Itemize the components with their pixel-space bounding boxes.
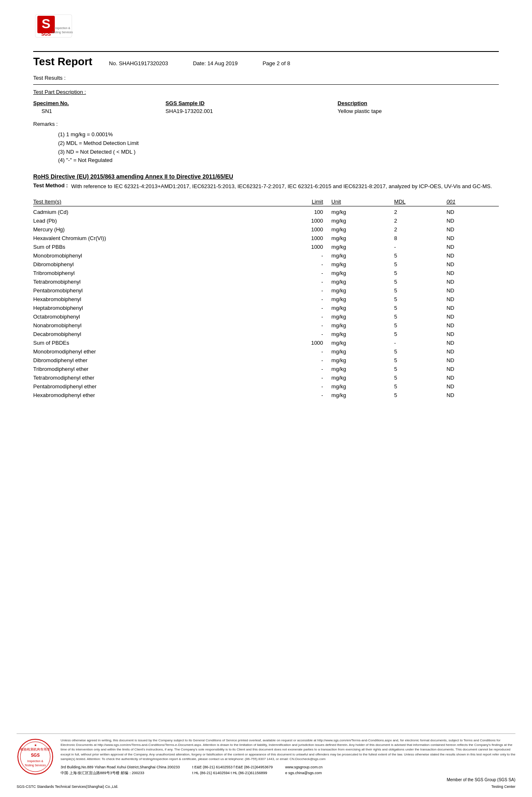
- cell-unit: mg/kg: [332, 234, 394, 243]
- table-row: Monobromobiphenyl - mg/kg 5 ND: [33, 251, 499, 260]
- cell-mdl: -: [394, 338, 447, 347]
- table-row: Tribromobiphenyl - mg/kg 5 ND: [33, 269, 499, 277]
- cell-item: Octabromobiphenyl: [33, 312, 268, 321]
- remarks-section: Remarks : (1) 1 mg/kg = 0.0001% (2) MDL …: [33, 121, 499, 165]
- cell-limit: -: [268, 304, 331, 312]
- cell-result: ND: [447, 243, 499, 251]
- footer-contact-block: t E&E (86-21) 61402553 f E&E (86-21)6495…: [192, 765, 273, 776]
- cell-item: Pentabromobiphenyl: [33, 286, 268, 295]
- col-header-001: 001: [447, 197, 499, 206]
- footer-text-block: Unless otherwise agreed in writing, this…: [61, 738, 515, 782]
- page-indicator: Page 2 of 8: [263, 60, 290, 66]
- cell-item: Tribromodiphenyl ether: [33, 365, 268, 373]
- cell-item: Hexabromodiphenyl ether: [33, 391, 268, 400]
- cell-limit: -: [268, 312, 331, 321]
- header-divider: [33, 51, 499, 52]
- footer-email: e sgs.china@sgs.com: [285, 770, 322, 776]
- results-table: Test Item(s) Limit Unit MDL 001 Cadmium …: [33, 197, 499, 400]
- cell-unit: mg/kg: [332, 312, 394, 321]
- table-row: Sum of PBBs 1000 mg/kg - ND: [33, 243, 499, 251]
- table-row: Mercury (Hg) 1000 mg/kg 2 ND: [33, 225, 499, 234]
- table-row: Cadmium (Cd) 100 mg/kg 2 ND: [33, 206, 499, 216]
- cell-limit: -: [268, 391, 331, 400]
- report-title: Test Report: [33, 55, 93, 68]
- cell-unit: mg/kg: [332, 251, 394, 260]
- cell-result: ND: [447, 295, 499, 304]
- report-date-value: 14 Aug 2019: [207, 60, 238, 66]
- cell-limit: -: [268, 382, 331, 391]
- svg-text:Inspection &: Inspection &: [27, 760, 44, 763]
- cell-mdl: 5: [394, 286, 447, 295]
- col-header-limit: Limit: [268, 197, 331, 206]
- svg-text:Inspection &: Inspection &: [54, 27, 71, 30]
- col-header-unit: Unit: [332, 197, 394, 206]
- cell-limit: -: [268, 365, 331, 373]
- cell-mdl: 5: [394, 382, 447, 391]
- cell-result: ND: [447, 216, 499, 225]
- footer-web-block: www.sgsgroup.com.cn e sgs.china@sgs.com: [285, 765, 322, 776]
- cell-item: Pentabromodiphenyl ether: [33, 382, 268, 391]
- svg-text:★: ★: [34, 743, 37, 747]
- cell-unit: mg/kg: [332, 277, 394, 286]
- footer-inner: 检验检测机构专用章 SGS Inspection & Testing Servi…: [17, 733, 515, 782]
- cell-limit: -: [268, 269, 331, 277]
- cell-mdl: 5: [394, 321, 447, 330]
- remark-2: (2) MDL = Method Detection Limit: [58, 139, 499, 148]
- results-divider: [33, 84, 499, 85]
- cell-item: Tetrabromodiphenyl ether: [33, 373, 268, 382]
- cell-mdl: 2: [394, 216, 447, 225]
- table-row: Hexabromobiphenyl - mg/kg 5 ND: [33, 295, 499, 304]
- cell-item: Tetrabromobiphenyl: [33, 277, 268, 286]
- cell-unit: mg/kg: [332, 356, 394, 365]
- cell-item: Heptabromobiphenyl: [33, 304, 268, 312]
- specimen-col3: Description: [338, 99, 499, 107]
- cell-limit: -: [268, 251, 331, 260]
- table-row: Pentabromobiphenyl - mg/kg 5 ND: [33, 286, 499, 295]
- cell-result: ND: [447, 356, 499, 365]
- cell-item: Monobromobiphenyl: [33, 251, 268, 260]
- footer-disclaimer: Unless otherwise agreed in writing, this…: [61, 738, 515, 761]
- cell-unit: mg/kg: [332, 338, 394, 347]
- cell-unit: mg/kg: [332, 391, 394, 400]
- test-method-label: Test Method :: [33, 182, 68, 191]
- cell-item: Hexavalent Chromium (Cr(VI)): [33, 234, 268, 243]
- table-row: Monobromodiphenyl ether - mg/kg 5 ND: [33, 347, 499, 356]
- cell-limit: -: [268, 330, 331, 338]
- remark-4: (4) "-" = Not Regulated: [58, 156, 499, 165]
- cell-item: Dibromodiphenyl ether: [33, 356, 268, 365]
- table-row: Decabromobiphenyl - mg/kg 5 ND: [33, 330, 499, 338]
- table-row: Pentabromodiphenyl ether - mg/kg 5 ND: [33, 382, 499, 391]
- cell-limit: -: [268, 347, 331, 356]
- table-row: Hexavalent Chromium (Cr(VI)) 1000 mg/kg …: [33, 234, 499, 243]
- cell-result: ND: [447, 321, 499, 330]
- table-row: Octabromobiphenyl - mg/kg 5 ND: [33, 312, 499, 321]
- cell-result: ND: [447, 304, 499, 312]
- cell-result: ND: [447, 382, 499, 391]
- svg-text:Testing Services: Testing Services: [52, 31, 73, 34]
- cell-unit: mg/kg: [332, 304, 394, 312]
- cell-mdl: 5: [394, 312, 447, 321]
- cell-limit: 1000: [268, 338, 331, 347]
- company-label: SGS-CSTC Standards Technical Services(Sh…: [17, 785, 118, 789]
- rohs-heading: RoHS Directive (EU) 2015/863 amending An…: [33, 173, 499, 180]
- logo-section: S SGS Inspection & Testing Services: [33, 12, 499, 43]
- cell-unit: mg/kg: [332, 365, 394, 373]
- cell-item: Hexabromobiphenyl: [33, 295, 268, 304]
- footer-address-cn: 中国·上海·徐汇区宜山路889号3号楼 邮编：200233: [61, 770, 180, 776]
- cell-limit: -: [268, 321, 331, 330]
- cell-result: ND: [447, 312, 499, 321]
- cell-result: ND: [447, 260, 499, 269]
- cell-limit: 1000: [268, 234, 331, 243]
- report-title-row: Test Report No. SHAHG1917320203 Date: 14…: [33, 55, 499, 68]
- cell-result: ND: [447, 365, 499, 373]
- cell-item: Nonabromobiphenyl: [33, 321, 268, 330]
- cell-mdl: 5: [394, 269, 447, 277]
- svg-text:检验检测机构专用章: 检验检测机构专用章: [20, 748, 50, 751]
- cell-unit: mg/kg: [332, 347, 394, 356]
- table-row: Hexabromodiphenyl ether - mg/kg 5 ND: [33, 391, 499, 400]
- cell-limit: -: [268, 356, 331, 365]
- specimen-description: Yellow plastic tape: [338, 107, 499, 115]
- footer-tel2: t HL (86-21) 61402594 t HL (86-21)611568…: [192, 770, 273, 776]
- report-no-value: SHAHG1917320203: [119, 60, 168, 66]
- footer-web: www.sgsgroup.com.cn: [285, 765, 322, 770]
